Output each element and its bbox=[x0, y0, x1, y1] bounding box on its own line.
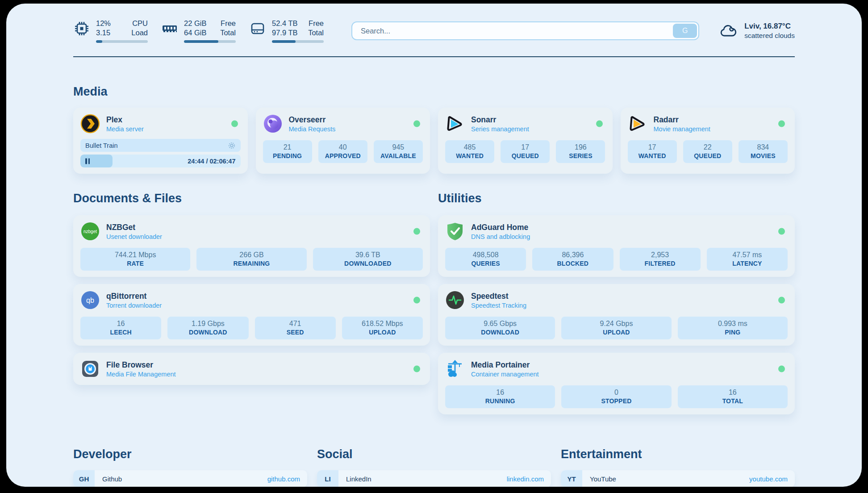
stat-pill: 498,508QUERIES bbox=[445, 248, 526, 271]
app-card-filebrowser[interactable]: File Browser Media File Management bbox=[73, 353, 430, 385]
app-title: Speedtest bbox=[471, 292, 526, 301]
status-online-dot bbox=[413, 366, 420, 372]
stat-pill: 21PENDING bbox=[263, 140, 312, 163]
cpu-usage-value: 12% bbox=[96, 19, 111, 28]
stat-value: 618.52 Mbps bbox=[344, 320, 421, 328]
weather-condition: scattered clouds bbox=[744, 32, 795, 40]
stat-label: PENDING bbox=[265, 152, 310, 159]
disk-progress-track bbox=[272, 40, 324, 43]
stat-pill: 196SERIES bbox=[556, 140, 605, 163]
bookmark-name: LinkedIn bbox=[346, 475, 507, 483]
pause-icon bbox=[85, 158, 90, 164]
stat-value: 22 bbox=[685, 143, 730, 151]
stat-value: 9.65 Gbps bbox=[447, 320, 553, 328]
dashboard-page: 12%CPU 3.15Load 22 GiBFree 64 GiBTotal bbox=[6, 4, 862, 487]
search-engine-button[interactable]: G bbox=[673, 24, 697, 38]
stat-label: RUNNING bbox=[447, 397, 553, 405]
bookmark-abbr: LI bbox=[317, 470, 338, 487]
cpu-label-top: CPU bbox=[132, 19, 148, 28]
stat-pill: 9.65 GbpsDOWNLOAD bbox=[445, 317, 555, 339]
stat-value: 21 bbox=[265, 143, 310, 151]
app-card-plex[interactable]: Plex Media server Bullet Train bbox=[73, 108, 248, 174]
status-online-dot bbox=[778, 297, 785, 304]
disk-total-value: 97.9 TB bbox=[272, 28, 297, 38]
app-title: Media Portainer bbox=[471, 360, 539, 370]
stat-pill: 618.52 MbpsUPLOAD bbox=[342, 317, 423, 339]
top-bar: 12%CPU 3.15Load 22 GiBFree 64 GiBTotal bbox=[73, 19, 795, 43]
ram-label-bottom: Total bbox=[220, 28, 236, 38]
bookmark-url: linkedin.com bbox=[507, 475, 544, 483]
stat-value: 266 GB bbox=[198, 251, 305, 259]
weather-location-temp: Lviv, 16.87°C bbox=[744, 22, 795, 31]
nzbget-icon: nzbget bbox=[80, 221, 100, 241]
app-title: AdGuard Home bbox=[471, 223, 530, 232]
bookmark-github[interactable]: GH Github github.com bbox=[73, 470, 307, 487]
stat-pill: 16LEECH bbox=[80, 317, 161, 339]
app-card-sonarr[interactable]: Sonarr Series management 485WANTED 17QUE… bbox=[438, 108, 613, 174]
disk-label-top: Free bbox=[309, 19, 324, 28]
bookmark-youtube[interactable]: YT YouTube youtube.com bbox=[561, 470, 795, 487]
cpu-progress-track bbox=[96, 40, 148, 43]
stat-pill: 17WANTED bbox=[628, 140, 677, 163]
app-title: Sonarr bbox=[471, 115, 529, 125]
stat-label: MOVIES bbox=[740, 152, 786, 159]
app-card-radarr[interactable]: Radarr Movie management 17WANTED 22QUEUE… bbox=[621, 108, 795, 174]
status-online-dot bbox=[778, 228, 785, 235]
now-playing-row: Bullet Train bbox=[80, 139, 241, 152]
section-title-social: Social bbox=[317, 447, 551, 461]
stat-value: 2,953 bbox=[622, 251, 699, 259]
stat-label: SEED bbox=[257, 329, 334, 336]
section-title-media: Media bbox=[73, 85, 795, 99]
app-card-qbittorrent[interactable]: qb qBittorrent Torrent downloader 16LEEC… bbox=[73, 284, 430, 346]
bookmark-name: YouTube bbox=[590, 475, 749, 483]
gear-icon[interactable] bbox=[228, 142, 236, 150]
stat-label: WANTED bbox=[447, 152, 492, 159]
bookmark-linkedin[interactable]: LI LinkedIn linkedin.com bbox=[317, 470, 551, 487]
cpu-label-bottom: Load bbox=[131, 28, 148, 38]
search-bar[interactable]: G bbox=[351, 21, 699, 40]
stat-pill: 86,396BLOCKED bbox=[532, 248, 613, 271]
app-subtitle: DNS and adblocking bbox=[471, 233, 530, 240]
stat-value: 86,396 bbox=[534, 251, 611, 259]
app-card-adguard[interactable]: AdGuard Home DNS and adblocking 498,508Q… bbox=[438, 215, 795, 277]
app-title: qBittorrent bbox=[106, 292, 162, 301]
stat-label: TOTAL bbox=[680, 397, 786, 405]
overseerr-icon bbox=[263, 114, 283, 134]
stat-value: 744.21 Mbps bbox=[82, 251, 188, 259]
app-card-speedtest[interactable]: Speedtest Speedtest Tracking 9.65 GbpsDO… bbox=[438, 284, 795, 346]
status-online-dot bbox=[413, 228, 420, 235]
search-input[interactable] bbox=[354, 27, 673, 35]
portainer-icon bbox=[445, 359, 465, 379]
stat-pill: 834MOVIES bbox=[739, 140, 788, 163]
stat-value: 16 bbox=[82, 320, 159, 328]
stat-value: 0.993 ms bbox=[680, 320, 786, 328]
cpu-stat: 12%CPU 3.15Load bbox=[73, 19, 148, 43]
ram-total-value: 64 GiB bbox=[184, 28, 206, 38]
ram-progress-fill bbox=[184, 40, 218, 43]
stat-value: 16 bbox=[680, 389, 786, 397]
app-title: Radarr bbox=[654, 115, 710, 125]
stat-pill: 22QUEUED bbox=[683, 140, 732, 163]
app-title: Plex bbox=[106, 115, 144, 125]
app-title: File Browser bbox=[106, 360, 176, 370]
app-card-overseerr[interactable]: Overseerr Media Requests 21PENDING 40APP… bbox=[256, 108, 430, 174]
status-online-dot bbox=[778, 121, 785, 127]
stat-value: 17 bbox=[502, 143, 548, 151]
stat-label: SERIES bbox=[558, 152, 603, 159]
ram-label-top: Free bbox=[221, 19, 236, 28]
stat-value: 39.6 TB bbox=[315, 251, 421, 259]
stat-label: DOWNLOAD bbox=[447, 329, 553, 336]
sonarr-icon bbox=[445, 114, 465, 134]
plex-icon bbox=[80, 114, 100, 134]
stat-label: BLOCKED bbox=[534, 260, 611, 267]
stat-pill: 17QUEUED bbox=[501, 140, 550, 163]
stat-pill: 945AVAILABLE bbox=[374, 140, 423, 163]
app-card-nzbget[interactable]: nzbget NZBGet Usenet downloader 744.21 M… bbox=[73, 215, 430, 277]
app-subtitle: Media Requests bbox=[289, 125, 336, 133]
ram-progress-track bbox=[184, 40, 236, 43]
adguard-icon bbox=[445, 221, 465, 241]
app-card-portainer[interactable]: Media Portainer Container management 16R… bbox=[438, 353, 795, 414]
stat-value: 498,508 bbox=[447, 251, 524, 259]
radarr-icon bbox=[628, 114, 647, 134]
stat-pill: 0.993 msPING bbox=[678, 317, 788, 339]
